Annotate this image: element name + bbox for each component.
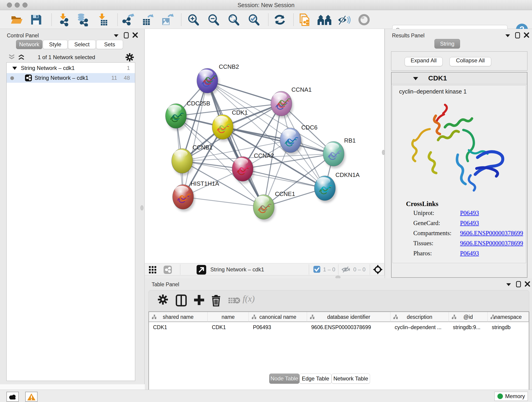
edge-CCNB2-CCNE1[interactable] [207, 81, 264, 207]
edge-CCNA2-CDKN1A[interactable] [243, 169, 325, 188]
column-header-canonical-name[interactable]: canonical name [249, 312, 307, 322]
collection-caret-icon[interactable] [12, 66, 17, 70]
toolbar-separator [181, 13, 181, 26]
fit-selected-crosshair-icon[interactable] [373, 265, 383, 274]
export-image-icon[interactable] [161, 13, 174, 26]
export-network-icon[interactable] [121, 13, 135, 26]
zoom-fit-icon[interactable] [227, 13, 240, 26]
close-panel-icon[interactable] [133, 32, 138, 38]
import-network-database-icon[interactable] [76, 13, 89, 26]
table-gear-icon[interactable] [158, 294, 168, 305]
collapse-all-button[interactable]: Collapse All [450, 57, 491, 66]
column-label: shared name [149, 314, 207, 320]
column-header-shared-name[interactable]: shared name [149, 312, 208, 322]
crosslink-label: Compartments: [413, 230, 451, 237]
tab-edge-table[interactable]: Edge Table [299, 374, 331, 384]
crosslink-link[interactable]: 9606.ENSP00000378699 [460, 230, 523, 237]
crosslink-link[interactable]: P06493 [460, 250, 479, 257]
gene-section-header[interactable]: CDK1 [392, 72, 527, 84]
node-CCNE1[interactable]: CCNE1 [253, 191, 295, 222]
warning-status-button[interactable] [25, 392, 38, 402]
import-table-file-icon[interactable] [96, 13, 109, 26]
cell[interactable]: cyclin–dependent ... [390, 322, 449, 332]
grid-view-icon[interactable] [149, 266, 157, 274]
node-CDKN1A[interactable]: CDKN1A [314, 172, 360, 203]
tab-style[interactable]: Style [43, 40, 68, 49]
zoom-in-icon[interactable] [186, 13, 200, 26]
network-collection-row[interactable]: String Network – cdk1 1 [7, 64, 135, 73]
cell[interactable]: 9606.ENSP00000378699 [307, 322, 390, 332]
tab-select[interactable]: Select [68, 40, 96, 49]
show-eye-icon[interactable] [357, 13, 371, 26]
delete-column-trash-icon[interactable] [211, 294, 221, 306]
refresh-view-icon[interactable] [273, 13, 286, 26]
selected-checkbox-icon[interactable] [313, 266, 320, 273]
open-session-icon[interactable] [10, 13, 23, 26]
string-home-icon[interactable] [317, 13, 332, 26]
crosslink-link[interactable]: P06493 [460, 220, 479, 227]
crosslink-link[interactable]: P06493 [460, 210, 479, 217]
column-header-namespace[interactable]: namespace [488, 312, 529, 322]
gene-collapse-caret-icon[interactable] [413, 77, 418, 80]
show-columns-icon[interactable] [176, 294, 187, 306]
function-builder-icon[interactable]: f(x) [243, 294, 255, 304]
cell[interactable]: stringdb:9... [449, 322, 488, 332]
import-network-file-icon[interactable] [57, 13, 70, 26]
crosslink-label: Tissues: [413, 240, 433, 247]
memory-button[interactable]: Memory [494, 392, 528, 401]
cell[interactable]: CDK1 [149, 322, 208, 332]
tab-node-table[interactable]: Node Table [269, 374, 299, 384]
column-header-database-identifier[interactable]: database identifier [307, 312, 390, 322]
save-session-icon[interactable] [29, 13, 43, 26]
crosslink-label: Pharos: [413, 250, 432, 257]
selected-count: 1 – 0 [323, 266, 335, 273]
column-header--id[interactable]: @id [449, 312, 488, 322]
hide-glass-eye-icon[interactable] [337, 13, 351, 26]
column-header-name[interactable]: name [208, 312, 249, 322]
zoom-out-icon[interactable] [207, 13, 220, 26]
close-panel-icon[interactable] [525, 281, 530, 287]
cell[interactable]: CDK1 [208, 322, 249, 332]
tab-sets[interactable]: Sets [96, 40, 123, 49]
node-label-CCNE1: CCNE1 [275, 191, 295, 197]
birdseye-view-icon[interactable] [196, 265, 206, 274]
node-HIST1H1A[interactable]: HIST1H1A [172, 180, 219, 211]
network-row-selected[interactable]: String Network – cdk1 11 48 [7, 73, 135, 83]
crosslink-link[interactable]: 9606.ENSP00000378699 [460, 240, 523, 247]
edge-CCNB2-HIST1H1A[interactable] [183, 81, 207, 197]
panel-menu-icon[interactable] [506, 283, 511, 287]
zoom-selected-icon[interactable] [247, 13, 260, 26]
delete-table-icon[interactable] [228, 297, 240, 305]
network-canvas[interactable]: CCNB2CCNA1CDC25BCDK1CDC6RB1CCNB1CCNA2CDK… [145, 29, 385, 263]
node-CDC6[interactable]: CDC6 [280, 124, 317, 155]
close-panel-icon[interactable] [524, 32, 529, 38]
create-column-plus-icon[interactable] [194, 294, 205, 306]
string-network-graph[interactable]: CCNB2CCNA1CDC25BCDK1CDC6RB1CCNB1CCNA2CDK… [145, 29, 384, 263]
panel-menu-icon[interactable] [505, 34, 510, 38]
tab-network[interactable]: Network [16, 40, 42, 49]
network-list-view-icon[interactable] [164, 266, 172, 274]
tab-string-results[interactable]: String [434, 39, 460, 49]
node-label-CCNB2: CCNB2 [219, 63, 239, 70]
gear-icon[interactable] [126, 53, 134, 61]
node-CDC25B[interactable]: CDC25B [165, 100, 210, 131]
clone-network-icon[interactable] [298, 13, 311, 26]
float-panel-icon[interactable] [515, 32, 520, 38]
expand-all-button[interactable]: Expand All [405, 57, 443, 66]
float-panel-icon[interactable] [516, 281, 521, 287]
cell[interactable]: P06493 [249, 322, 307, 332]
cell[interactable]: stringdb [488, 322, 529, 332]
cloud-status-button[interactable] [6, 392, 19, 402]
table-row[interactable]: CDK1CDK1P064939606.ENSP00000378699cyclin… [149, 322, 529, 332]
node-RB1[interactable]: RB1 [323, 137, 356, 168]
export-table-icon[interactable] [141, 13, 154, 26]
pane-grip[interactable] [140, 205, 143, 211]
panel-menu-icon[interactable] [114, 34, 119, 38]
column-label: @id [449, 314, 488, 320]
title-bar: Session: New Session [0, 0, 532, 10]
column-header-description[interactable]: description [390, 312, 449, 322]
float-panel-icon[interactable] [124, 32, 129, 38]
tab-network-table[interactable]: Network Table [331, 374, 370, 384]
edge-HIST1H1A-CCNE1[interactable] [183, 197, 264, 207]
node-CDK1[interactable]: CDK1 [212, 109, 248, 142]
